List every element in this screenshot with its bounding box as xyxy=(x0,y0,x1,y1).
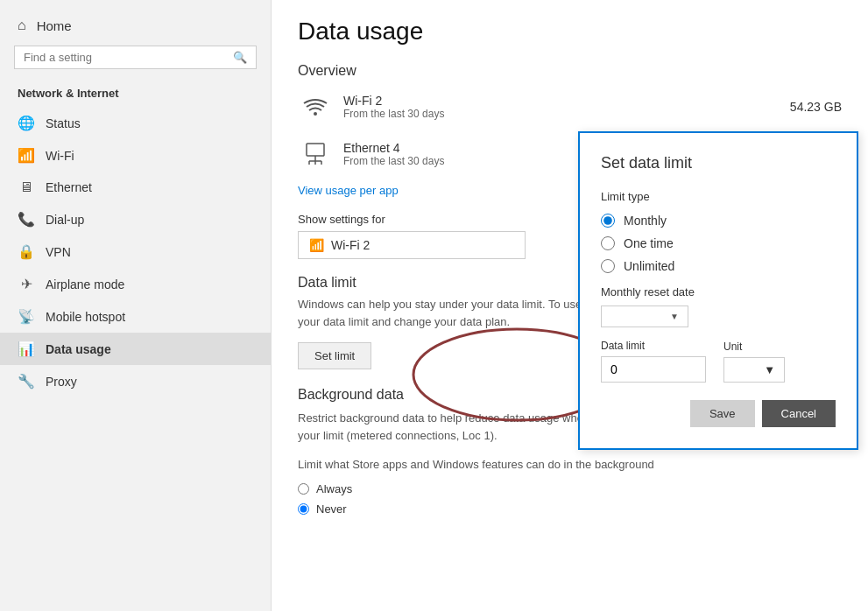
svg-rect-1 xyxy=(307,144,324,156)
unlimited-option[interactable]: Unlimited xyxy=(601,259,836,273)
sidebar-home-label: Home xyxy=(37,18,72,33)
proxy-icon: 🔧 xyxy=(18,373,35,390)
sidebar-item-hotspot[interactable]: 📡 Mobile hotspot xyxy=(0,300,271,333)
sidebar-item-label: Airplane mode xyxy=(46,277,124,291)
limit-type-label: Limit type xyxy=(601,190,836,203)
save-button[interactable]: Save xyxy=(690,400,755,427)
dialog-title: Set data limit xyxy=(601,154,836,172)
unit-chevron-icon: ▼ xyxy=(764,363,775,376)
dialup-icon: 📞 xyxy=(18,211,35,228)
set-limit-button[interactable]: Set limit xyxy=(298,342,371,369)
sidebar-item-dialup[interactable]: 📞 Dial-up xyxy=(0,203,271,235)
wifi-usage: 54.23 GB xyxy=(790,100,842,114)
one-time-radio[interactable] xyxy=(601,236,615,250)
always-label: Always xyxy=(316,482,352,495)
sidebar-item-label: Status xyxy=(46,116,81,130)
monthly-reset-label: Monthly reset date xyxy=(601,285,836,298)
data-limit-field: Data limit xyxy=(601,340,706,383)
wifi-selector[interactable]: 📶 Wi-Fi 2 xyxy=(298,231,526,259)
svg-point-0 xyxy=(314,112,317,116)
overview-wifi-item: Wi-Fi 2 From the last 30 days 54.23 GB xyxy=(298,89,842,124)
home-icon: ⌂ xyxy=(18,18,26,33)
wifi-overview-icon xyxy=(298,89,333,124)
sidebar-item-data-usage[interactable]: 📊 Data usage xyxy=(0,333,271,365)
wifi-sub: From the last 30 days xyxy=(343,108,790,120)
wifi-selector-icon: 📶 xyxy=(309,238,324,252)
sidebar-item-wifi[interactable]: 📶 Wi-Fi xyxy=(0,139,271,172)
unit-label: Unit xyxy=(723,341,785,353)
sidebar-item-ethernet[interactable]: 🖥 Ethernet xyxy=(0,172,271,203)
monthly-option[interactable]: Monthly xyxy=(601,214,836,228)
never-radio[interactable] xyxy=(298,503,309,515)
search-icon: 🔍 xyxy=(233,51,247,64)
sidebar-item-label: Data usage xyxy=(46,342,111,356)
wifi-name: Wi-Fi 2 xyxy=(343,94,790,108)
hotspot-icon: 📡 xyxy=(18,308,35,325)
always-option[interactable]: Always xyxy=(298,482,842,495)
sidebar-item-label: Ethernet xyxy=(46,180,92,194)
unit-field: Unit ▼ xyxy=(723,341,785,383)
wifi-icon: 📶 xyxy=(18,147,35,164)
sidebar-item-label: Proxy xyxy=(46,375,77,389)
page-title: Data usage xyxy=(298,18,842,46)
status-icon: 🌐 xyxy=(18,115,35,131)
sidebar: ⌂ Home 🔍 Network & Internet 🌐 Status 📶 W… xyxy=(0,0,272,611)
sidebar-item-label: Dial-up xyxy=(46,213,84,227)
monthly-reset-select[interactable]: ▼ xyxy=(601,306,688,327)
sidebar-item-label: VPN xyxy=(46,245,71,259)
sidebar-section-title: Network & Internet xyxy=(0,83,271,107)
always-radio[interactable] xyxy=(298,483,309,495)
data-usage-icon: 📊 xyxy=(18,341,35,357)
ethernet-icon: 🖥 xyxy=(18,179,35,195)
data-limit-input[interactable] xyxy=(601,356,706,383)
chevron-down-icon: ▼ xyxy=(670,312,679,321)
ethernet-overview-icon xyxy=(298,137,333,172)
unit-select[interactable]: ▼ xyxy=(723,357,785,383)
data-limit-row: Data limit Unit ▼ xyxy=(601,340,836,383)
sidebar-item-label: Wi-Fi xyxy=(46,149,74,163)
sidebar-item-airplane[interactable]: ✈ Airplane mode xyxy=(0,268,271,300)
bg-data-desc2: Limit what Store apps and Windows featur… xyxy=(298,456,666,474)
airplane-icon: ✈ xyxy=(18,276,35,292)
unlimited-radio[interactable] xyxy=(601,259,615,273)
never-option[interactable]: Never xyxy=(298,502,842,516)
sidebar-item-proxy[interactable]: 🔧 Proxy xyxy=(0,365,271,397)
wifi-selector-value: Wi-Fi 2 xyxy=(331,238,370,252)
one-time-option[interactable]: One time xyxy=(601,236,836,250)
cancel-button[interactable]: Cancel xyxy=(762,400,836,427)
sidebar-item-label: Mobile hotspot xyxy=(46,310,125,324)
dialog-buttons: Save Cancel xyxy=(601,400,836,427)
never-label: Never xyxy=(316,502,347,516)
sidebar-item-status[interactable]: 🌐 Status xyxy=(0,107,271,139)
search-input[interactable] xyxy=(24,51,233,64)
overview-title: Overview xyxy=(298,63,842,79)
wifi-overview-info: Wi-Fi 2 From the last 30 days xyxy=(343,94,790,120)
unlimited-label: Unlimited xyxy=(624,259,674,273)
monthly-label: Monthly xyxy=(624,214,667,228)
one-time-label: One time xyxy=(624,236,674,250)
set-data-limit-dialog: Set data limit Limit type Monthly One ti… xyxy=(578,131,858,450)
sidebar-home-button[interactable]: ⌂ Home xyxy=(0,9,271,46)
main-content: Data usage Overview Wi-Fi 2 From the las… xyxy=(272,0,868,611)
search-box[interactable]: 🔍 xyxy=(14,46,257,69)
vpn-icon: 🔒 xyxy=(18,243,35,260)
sidebar-item-vpn[interactable]: 🔒 VPN xyxy=(0,235,271,268)
monthly-radio[interactable] xyxy=(601,214,615,228)
data-limit-field-label: Data limit xyxy=(601,340,706,352)
